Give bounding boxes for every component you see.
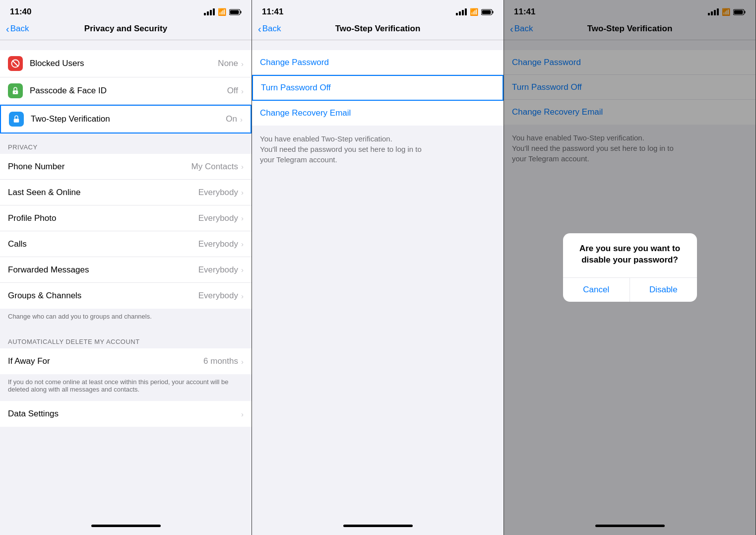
forwarded-messages-label: Forwarded Messages xyxy=(8,265,198,275)
passcode-icon xyxy=(8,83,23,98)
twostep-actions-group: Change Password Turn Password Off Change… xyxy=(252,50,504,126)
back-button-2[interactable]: ‹ Back xyxy=(258,23,281,35)
calls-row[interactable]: Calls Everybody › xyxy=(0,231,252,257)
back-label-1[interactable]: Back xyxy=(10,24,29,34)
back-label-2[interactable]: Back xyxy=(262,24,281,34)
dialog-title: Are you sure you want to disable your pa… xyxy=(571,243,689,265)
svg-line-4 xyxy=(12,61,18,67)
nav-bar-1: ‹ Back Privacy and Security xyxy=(0,20,252,40)
change-password-label: Change Password xyxy=(260,58,329,67)
last-seen-row[interactable]: Last Seen & Online Everybody › xyxy=(0,180,252,205)
forwarded-messages-value: Everybody xyxy=(198,265,238,275)
passcode-chevron: › xyxy=(241,87,244,95)
calls-chevron: › xyxy=(241,240,244,248)
status-icons-1: 📶 xyxy=(204,8,242,16)
wifi-icon-1: 📶 xyxy=(218,8,226,16)
home-indicator-1 xyxy=(91,525,161,527)
back-chevron-1: ‹ xyxy=(6,23,9,35)
data-settings-label: Data Settings xyxy=(8,409,241,419)
groups-channels-chevron: › xyxy=(241,292,244,300)
back-button-1[interactable]: ‹ Back xyxy=(6,23,29,35)
blocked-users-value: None xyxy=(218,59,238,68)
wifi-icon-2: 📶 xyxy=(470,8,478,16)
dialog-overlay: Are you sure you want to disable your pa… xyxy=(504,0,756,535)
screen-privacy-security: 11:40 📶 ‹ Back Privacy and Security xyxy=(0,0,252,535)
security-group: Blocked Users None › Passcode & Face ID … xyxy=(0,50,252,134)
nav-title-1: Privacy and Security xyxy=(84,24,167,34)
bottom-bar-2 xyxy=(252,518,504,535)
blocked-users-label: Blocked Users xyxy=(30,59,218,68)
privacy-header: PRIVACY xyxy=(0,134,252,154)
if-away-chevron: › xyxy=(241,357,244,366)
screen-twostep-menu: 11:41 📶 ‹ Back Two-Step Verification xyxy=(252,0,504,535)
data-settings-group: Data Settings › xyxy=(0,401,252,427)
turn-password-off-row[interactable]: Turn Password Off xyxy=(252,75,504,101)
status-bar-1: 11:40 📶 xyxy=(0,0,252,20)
if-away-label: If Away For xyxy=(8,356,203,366)
svg-rect-10 xyxy=(482,10,491,14)
dialog-cancel-button[interactable]: Cancel xyxy=(563,278,630,302)
twostep-chevron: › xyxy=(240,115,243,124)
profile-photo-row[interactable]: Profile Photo Everybody › xyxy=(0,205,252,231)
twostep-label: Two-Step Verification xyxy=(31,114,226,124)
forwarded-messages-row[interactable]: Forwarded Messages Everybody › xyxy=(0,257,252,283)
battery-icon-2 xyxy=(481,9,494,15)
auto-delete-footer: If you do not come online at least once … xyxy=(0,374,252,401)
twostep-info-text: You have enabled Two-Step verification. … xyxy=(252,126,504,165)
passcode-value: Off xyxy=(227,86,238,96)
disable-password-dialog: Are you sure you want to disable your pa… xyxy=(563,233,697,301)
if-away-value: 6 months xyxy=(203,356,238,366)
svg-rect-7 xyxy=(14,119,19,123)
groups-channels-row[interactable]: Groups & Channels Everybody › xyxy=(0,283,252,309)
status-bar-2: 11:41 📶 xyxy=(252,0,504,20)
home-indicator-2 xyxy=(343,525,413,527)
status-time-2: 11:41 xyxy=(262,7,283,17)
profile-photo-chevron: › xyxy=(241,214,244,222)
groups-channels-value: Everybody xyxy=(198,291,238,301)
twostep-row[interactable]: Two-Step Verification On › xyxy=(0,105,252,134)
blocked-users-icon xyxy=(8,56,23,71)
passcode-row[interactable]: Passcode & Face ID Off › xyxy=(0,77,252,105)
status-time-1: 11:40 xyxy=(10,7,31,17)
nav-bar-2: ‹ Back Two-Step Verification xyxy=(252,20,504,40)
change-password-row[interactable]: Change Password xyxy=(252,50,504,75)
content-2: Change Password Turn Password Off Change… xyxy=(252,40,504,518)
twostep-value: On xyxy=(226,114,237,124)
last-seen-label: Last Seen & Online xyxy=(8,188,198,198)
change-recovery-email-row[interactable]: Change Recovery Email xyxy=(252,101,504,126)
content-1: Blocked Users None › Passcode & Face ID … xyxy=(0,40,252,518)
nav-title-2: Two-Step Verification xyxy=(335,24,421,34)
calls-label: Calls xyxy=(8,239,198,249)
phone-number-chevron: › xyxy=(241,162,244,171)
turn-password-off-label: Turn Password Off xyxy=(261,83,331,93)
phone-number-label: Phone Number xyxy=(8,162,191,172)
dialog-content: Are you sure you want to disable your pa… xyxy=(563,233,697,277)
privacy-footer: Change who can add you to groups and cha… xyxy=(0,309,252,328)
forwarded-messages-chevron: › xyxy=(241,266,244,274)
phone-number-value: My Contacts xyxy=(191,162,238,172)
auto-delete-header: AUTOMATICALLY DELETE MY ACCOUNT xyxy=(0,328,252,348)
svg-rect-9 xyxy=(493,11,494,13)
privacy-group: Phone Number My Contacts › Last Seen & O… xyxy=(0,154,252,309)
blocked-users-row[interactable]: Blocked Users None › xyxy=(0,50,252,77)
profile-photo-value: Everybody xyxy=(198,213,238,223)
groups-channels-label: Groups & Channels xyxy=(8,291,198,301)
last-seen-value: Everybody xyxy=(198,188,238,198)
change-recovery-email-label: Change Recovery Email xyxy=(260,108,351,118)
status-icons-2: 📶 xyxy=(456,8,494,16)
svg-rect-2 xyxy=(230,10,239,14)
last-seen-chevron: › xyxy=(241,188,244,197)
phone-number-row[interactable]: Phone Number My Contacts › xyxy=(0,154,252,180)
auto-delete-group: If Away For 6 months › xyxy=(0,348,252,374)
dialog-disable-button[interactable]: Disable xyxy=(630,278,697,302)
blocked-users-chevron: › xyxy=(241,60,244,68)
calls-value: Everybody xyxy=(198,239,238,249)
svg-point-6 xyxy=(15,92,16,93)
data-settings-row[interactable]: Data Settings › xyxy=(0,401,252,427)
signal-icon-1 xyxy=(204,8,215,15)
if-away-row[interactable]: If Away For 6 months › xyxy=(0,348,252,374)
signal-icon-2 xyxy=(456,8,467,15)
svg-rect-1 xyxy=(241,11,242,13)
back-chevron-2: ‹ xyxy=(258,23,261,35)
battery-icon-1 xyxy=(229,9,242,15)
